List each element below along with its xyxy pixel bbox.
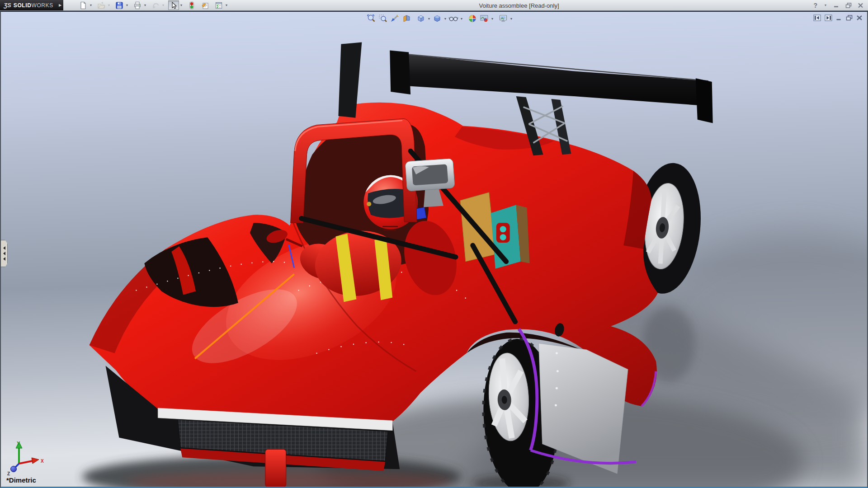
view-settings-dropdown[interactable]: ▼ xyxy=(509,17,514,20)
minimize-document-icon xyxy=(836,15,842,21)
hide-show-items-button[interactable] xyxy=(448,14,459,23)
restore-document-button[interactable] xyxy=(846,15,853,21)
dassault-3ds-icon: ƷS xyxy=(4,2,11,9)
hide-show-items-dropdown[interactable]: ▼ xyxy=(459,17,464,20)
view-orientation-icon xyxy=(416,14,425,23)
close-button[interactable] xyxy=(858,3,863,8)
file-properties-button[interactable] xyxy=(200,0,211,10)
collapse-arrow-icon xyxy=(3,246,5,250)
open-button[interactable] xyxy=(96,0,107,10)
display-style-icon xyxy=(433,14,442,23)
view-orientation-button[interactable] xyxy=(415,14,427,23)
document-window-controls xyxy=(813,14,863,21)
options-icon xyxy=(215,1,223,9)
feature-manager-collapsed-tab[interactable] xyxy=(1,240,8,267)
solidworks-wordmark: SOLIDWORKS xyxy=(14,2,53,9)
help-button[interactable]: ? xyxy=(813,2,817,9)
graphics-area[interactable]: ▼ ▼ ▼ xyxy=(0,11,868,488)
heads-up-view-toolbar: ▼ ▼ ▼ xyxy=(365,14,514,23)
edit-appearance-button[interactable] xyxy=(467,14,478,23)
close-icon xyxy=(858,3,863,8)
zoom-to-area-icon xyxy=(378,14,387,23)
view-settings-button[interactable] xyxy=(497,14,509,23)
collapse-pane-left-button[interactable] xyxy=(813,14,821,21)
open-folder-icon xyxy=(97,1,105,9)
main-toolbar: ▼ ▼ xyxy=(78,0,231,10)
undo-icon xyxy=(151,1,160,9)
save-button[interactable] xyxy=(114,0,125,10)
center-pylon xyxy=(265,449,286,487)
options-button[interactable] xyxy=(213,0,224,10)
restore-document-icon xyxy=(846,15,853,21)
view-orientation-label: *Dimetric xyxy=(6,476,36,484)
options-dropdown[interactable]: ▼ xyxy=(224,4,229,7)
apply-scene-dropdown[interactable]: ▼ xyxy=(490,17,495,20)
previous-view-icon xyxy=(390,14,399,23)
triad-z-label: Z xyxy=(7,471,10,476)
apply-scene-icon xyxy=(480,14,489,23)
zoom-to-area-button[interactable] xyxy=(377,14,389,23)
new-document-icon xyxy=(79,1,87,9)
new-document-button[interactable] xyxy=(78,0,89,10)
wing-endplate-left xyxy=(390,51,410,94)
print-dropdown[interactable]: ▼ xyxy=(143,4,147,7)
open-dropdown[interactable]: ▼ xyxy=(107,4,111,7)
view-orientation-dropdown[interactable]: ▼ xyxy=(427,17,431,20)
zoom-to-fit-icon xyxy=(367,14,376,23)
zoom-to-fit-button[interactable] xyxy=(365,14,377,23)
appearance-ball-icon xyxy=(468,14,477,23)
restore-icon xyxy=(845,3,852,8)
print-icon xyxy=(133,1,142,9)
select-cursor-icon xyxy=(170,1,178,9)
previous-view-button[interactable] xyxy=(389,14,401,23)
view-settings-icon xyxy=(499,14,508,23)
new-document-dropdown[interactable]: ▼ xyxy=(89,4,93,7)
collapse-arrow-icon xyxy=(3,252,5,255)
solidworks-window: ƷS SOLIDWORKS ▶ ▼ xyxy=(0,0,868,488)
file-properties-icon xyxy=(201,1,209,9)
collapse-right-icon xyxy=(825,14,832,21)
window-controls: ? ▼ xyxy=(813,0,863,10)
reference-triad: Y X Z xyxy=(3,440,46,478)
section-view-button[interactable] xyxy=(401,14,412,23)
display-style-dropdown[interactable]: ▼ xyxy=(443,17,448,20)
rebuild-button[interactable] xyxy=(186,0,197,10)
minimize-button[interactable] xyxy=(834,3,840,8)
undo-button[interactable] xyxy=(150,0,161,10)
section-view-icon xyxy=(402,14,411,23)
window-title: Voiture assomblee [Read-only] xyxy=(479,2,559,9)
title-bar: ƷS SOLIDWORKS ▶ ▼ xyxy=(0,0,868,11)
traffic-light-icon xyxy=(188,1,196,9)
eyeglasses-icon xyxy=(448,14,458,23)
restore-button[interactable] xyxy=(845,3,852,8)
triad-x-label: X xyxy=(41,459,44,464)
minimize-icon xyxy=(834,3,840,8)
collapse-left-icon xyxy=(813,14,821,21)
close-document-button[interactable] xyxy=(856,15,863,21)
save-floppy-icon xyxy=(115,1,123,9)
race-car-model-view[interactable] xyxy=(1,12,867,487)
print-button[interactable] xyxy=(132,0,143,10)
select-dropdown[interactable]: ▼ xyxy=(179,4,184,7)
collapse-pane-right-button[interactable] xyxy=(825,14,832,21)
save-dropdown[interactable]: ▼ xyxy=(125,4,129,7)
select-button[interactable] xyxy=(168,0,179,10)
help-dropdown[interactable]: ▼ xyxy=(823,4,828,7)
solidworks-logo: ƷS SOLIDWORKS xyxy=(0,0,57,10)
triad-y-label: Y xyxy=(17,441,20,446)
apply-scene-button[interactable] xyxy=(478,14,490,23)
minimize-document-button[interactable] xyxy=(836,15,842,21)
close-document-icon xyxy=(856,15,863,21)
menu-expand-arrow[interactable]: ▶ xyxy=(57,0,63,10)
collapse-arrow-icon xyxy=(3,257,5,261)
wing-endplate-right xyxy=(696,78,713,123)
undo-dropdown[interactable]: ▼ xyxy=(161,4,165,7)
display-style-button[interactable] xyxy=(431,14,443,23)
